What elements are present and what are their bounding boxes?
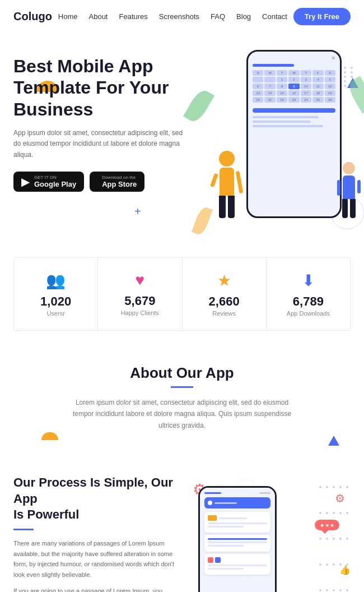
hero-section: for(let i=0;i<25;i++) document.currentSc… xyxy=(0,33,364,246)
process-heading: Our Process Is Simple, Our App Is Powerf… xyxy=(13,475,176,523)
google-play-sub: GET IT ON xyxy=(34,175,76,180)
about-underline xyxy=(171,386,193,388)
calendar-grid: SMT WTFS 1 2345 678 9101112 131415 16171… xyxy=(253,70,335,103)
nav-about[interactable]: About xyxy=(89,12,108,21)
process-illustration: ⚙ ⚙ ⚙ ⚙ ♥ ● ● ● 👍 xyxy=(187,475,351,592)
app-store-badge[interactable]: Download on the App Store xyxy=(90,172,144,192)
app-store-sub: Download on the xyxy=(102,175,137,180)
stat-reviews-number: 2,660 xyxy=(188,294,260,309)
google-play-icon: ▶ xyxy=(21,175,30,188)
deco-yellow-about xyxy=(41,432,58,440)
nav-screenshots[interactable]: Screenshots xyxy=(159,12,199,21)
process-section: Our Process Is Simple, Our App Is Powerf… xyxy=(0,458,364,592)
heart-icon: ♥ xyxy=(104,271,176,289)
about-section: About Our App Lorem ipsum dolor sit amet… xyxy=(0,342,364,458)
person-left xyxy=(207,151,246,240)
stat-reviews: ★ 2,660 Reviews xyxy=(183,258,267,330)
badge-row: ▶ GET IT ON Google Play Download on the … xyxy=(13,172,187,192)
nav-logo[interactable]: Colugo xyxy=(13,10,52,23)
process-underline xyxy=(13,529,34,530)
stat-users-label: Usersr xyxy=(20,310,92,317)
nav-home[interactable]: Home xyxy=(58,12,78,21)
process-para1: There are many variations of passages of… xyxy=(13,538,176,580)
hero-description: App ipsum dolor sit amet, consectetur ad… xyxy=(13,128,187,160)
stat-clients-label: Happy Clients xyxy=(104,309,176,316)
stat-clients: ♥ 5,679 Happy Clients xyxy=(98,258,182,330)
google-play-main: Google Play xyxy=(34,180,76,188)
app-store-main: App Store xyxy=(102,180,137,188)
stat-clients-number: 5,679 xyxy=(104,294,176,308)
nav-links: Home About Features Screenshots FAQ Blog… xyxy=(58,12,287,21)
stat-users: 👥 1,020 Usersr xyxy=(14,258,98,330)
users-icon: 👥 xyxy=(20,271,92,290)
hero-content: Best Mobile App Template For Your Busine… xyxy=(13,55,187,192)
process-phone xyxy=(198,486,277,592)
process-text: Our Process Is Simple, Our App Is Powerf… xyxy=(13,475,176,592)
download-icon: ⬇ xyxy=(272,271,344,290)
phone-close-icon: ✕ xyxy=(331,55,335,61)
dots-grid-process: for(let i=0;i<25;i++) document.currentSc… xyxy=(319,486,351,592)
deco-triangle-about xyxy=(328,436,339,446)
nav-faq[interactable]: FAQ xyxy=(211,12,225,21)
nav-blog[interactable]: Blog xyxy=(236,12,251,21)
about-description: Lorem ipsum dolor sit amet, consectetur … xyxy=(64,397,300,431)
nav-features[interactable]: Features xyxy=(119,12,147,21)
stat-downloads: ⬇ 6,789 App Downloads xyxy=(267,258,350,330)
deco-plus-hero: + xyxy=(134,205,141,218)
leaf-deco-1 xyxy=(183,87,214,125)
stat-reviews-label: Reviews xyxy=(188,310,260,317)
try-free-button[interactable]: Try It Free xyxy=(293,8,351,25)
leaf-deco-2 xyxy=(346,76,364,114)
stat-downloads-number: 6,789 xyxy=(272,294,344,309)
star-icon: ★ xyxy=(188,271,260,290)
about-heading: About Our App xyxy=(13,364,351,382)
stat-downloads-label: App Downloads xyxy=(272,310,344,317)
google-play-badge[interactable]: ▶ GET IT ON Google Play xyxy=(13,172,84,192)
hero-illustration: ✕ SMT WTFS 1 2345 678 9101112 131415 161… xyxy=(190,44,364,246)
nav-contact[interactable]: Contact xyxy=(262,12,287,21)
stats-section: 👥 1,020 Usersr ♥ 5,679 Happy Clients ★ 2… xyxy=(13,257,351,331)
hero-heading: Best Mobile App Template For Your Busine… xyxy=(13,55,187,120)
process-para2: If you are going to use a passage of Lor… xyxy=(13,586,176,592)
stat-users-number: 1,020 xyxy=(20,294,92,309)
navbar: Colugo Home About Features Screenshots F… xyxy=(0,0,364,33)
hero-phone: ✕ SMT WTFS 1 2345 678 9101112 131415 161… xyxy=(246,50,342,218)
person-right xyxy=(333,162,364,240)
